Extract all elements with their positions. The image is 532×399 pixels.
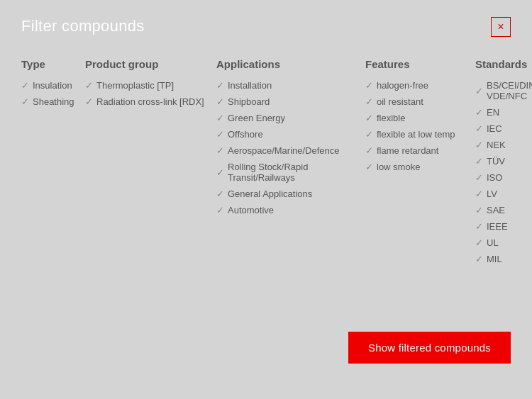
item-label: TÜV xyxy=(487,156,505,167)
list-item[interactable]: ✓Installation xyxy=(216,80,365,91)
product-group-column: Product group ✓Thermoplastic [TP]✓Radiat… xyxy=(85,58,216,113)
list-item[interactable]: ✓Insulation xyxy=(21,80,85,91)
check-icon: ✓ xyxy=(216,80,224,91)
list-item[interactable]: ✓flame retardant xyxy=(365,145,475,156)
list-item[interactable]: ✓Automotive xyxy=(216,205,365,215)
check-icon: ✓ xyxy=(475,237,483,248)
check-icon: ✓ xyxy=(85,96,93,107)
list-item[interactable]: ✓Thermoplastic [TP] xyxy=(85,80,216,91)
item-label: Radiation cross-link [RDX] xyxy=(96,96,204,107)
check-icon: ✓ xyxy=(21,80,29,91)
item-label: Insulation xyxy=(33,80,72,91)
list-item[interactable]: ✓SAE xyxy=(475,205,532,215)
item-label: NEK xyxy=(487,140,506,150)
list-item[interactable]: ✓halogen-free xyxy=(365,80,475,91)
list-item[interactable]: ✓General Applications xyxy=(216,189,365,199)
applications-items: ✓Installation✓Shipboard✓Green Energy✓Off… xyxy=(216,80,365,221)
list-item[interactable]: ✓EN xyxy=(475,107,532,118)
check-icon: ✓ xyxy=(216,96,224,107)
applications-header: Applications xyxy=(216,58,365,70)
list-item[interactable]: ✓flexible xyxy=(365,113,475,123)
item-label: UL xyxy=(487,237,499,248)
item-label: oil resistant xyxy=(377,96,423,107)
check-icon: ✓ xyxy=(216,205,224,215)
check-icon: ✓ xyxy=(475,205,483,215)
item-label: Automotive xyxy=(228,205,274,215)
check-icon: ✓ xyxy=(216,113,224,123)
check-icon: ✓ xyxy=(475,221,483,232)
list-item[interactable]: ✓TÜV xyxy=(475,156,532,167)
type-column: Type ✓Insulation✓Sheathing xyxy=(21,58,85,113)
item-label: Sheathing xyxy=(33,96,74,107)
item-label: low smoke xyxy=(377,162,420,172)
product-group-items: ✓Thermoplastic [TP]✓Radiation cross-link… xyxy=(85,80,216,113)
list-item[interactable]: ✓IEC xyxy=(475,123,532,134)
item-label: IEC xyxy=(487,123,502,134)
close-button[interactable]: × xyxy=(491,17,511,37)
list-item[interactable]: ✓LV xyxy=(475,189,532,199)
applications-column: Applications ✓Installation✓Shipboard✓Gre… xyxy=(216,58,365,221)
list-item[interactable]: ✓Rolling Stock/Rapid Transit/Railways xyxy=(216,162,365,183)
list-item[interactable]: ✓Radiation cross-link [RDX] xyxy=(85,96,216,107)
list-item[interactable]: ✓Aerospace/Marine/Defence xyxy=(216,145,365,156)
item-label: Aerospace/Marine/Defence xyxy=(228,145,340,156)
filter-modal: Filter compounds × Type ✓Insulation✓Shea… xyxy=(0,0,532,399)
item-label: BS/CEI/DIN VDE/NFC xyxy=(487,80,532,101)
list-item[interactable]: ✓Shipboard xyxy=(216,96,365,107)
check-icon: ✓ xyxy=(365,80,373,91)
check-icon: ✓ xyxy=(365,162,373,172)
standards-column: Standards ✓BS/CEI/DIN VDE/NFC✓EN✓IEC✓NEK… xyxy=(475,58,532,270)
check-icon: ✓ xyxy=(365,145,373,156)
item-label: flame retardant xyxy=(377,145,438,156)
item-label: EN xyxy=(487,107,499,118)
show-filtered-button[interactable]: Show filtered compounds xyxy=(348,332,511,364)
item-label: Thermoplastic [TP] xyxy=(96,80,174,91)
check-icon: ✓ xyxy=(216,129,224,140)
features-column: Features ✓halogen-free✓oil resistant✓fle… xyxy=(365,58,475,178)
item-label: flexible xyxy=(377,113,405,123)
item-label: MIL xyxy=(487,254,502,264)
check-icon: ✓ xyxy=(216,189,224,199)
list-item[interactable]: ✓Offshore xyxy=(216,129,365,140)
item-label: Green Energy xyxy=(228,113,285,123)
list-item[interactable]: ✓BS/CEI/DIN VDE/NFC xyxy=(475,80,532,101)
check-icon: ✓ xyxy=(85,80,93,91)
list-item[interactable]: ✓oil resistant xyxy=(365,96,475,107)
features-header: Features xyxy=(365,58,475,70)
check-icon: ✓ xyxy=(475,107,483,118)
item-label: IEEE xyxy=(487,221,508,232)
standards-header: Standards xyxy=(475,58,532,70)
product-group-header: Product group xyxy=(85,58,216,70)
check-icon: ✓ xyxy=(475,123,483,134)
list-item[interactable]: ✓UL xyxy=(475,237,532,248)
modal-title: Filter compounds xyxy=(21,17,145,35)
list-item[interactable]: ✓Sheathing xyxy=(21,96,85,107)
check-icon: ✓ xyxy=(216,167,224,178)
item-label: Rolling Stock/Rapid Transit/Railways xyxy=(228,162,365,183)
check-icon: ✓ xyxy=(475,86,483,96)
list-item[interactable]: ✓low smoke xyxy=(365,162,475,172)
item-label: SAE xyxy=(487,205,505,215)
check-icon: ✓ xyxy=(21,96,29,107)
check-icon: ✓ xyxy=(365,96,373,107)
modal-header: Filter compounds × xyxy=(21,17,511,37)
list-item[interactable]: ✓NEK xyxy=(475,140,532,150)
item-label: Offshore xyxy=(228,129,263,140)
type-items: ✓Insulation✓Sheathing xyxy=(21,80,85,113)
check-icon: ✓ xyxy=(365,113,373,123)
list-item[interactable]: ✓Green Energy xyxy=(216,113,365,123)
list-item[interactable]: ✓MIL xyxy=(475,254,532,264)
check-icon: ✓ xyxy=(475,254,483,264)
item-label: General Applications xyxy=(228,189,312,199)
list-item[interactable]: ✓flexible at low temp xyxy=(365,129,475,140)
check-icon: ✓ xyxy=(475,140,483,150)
item-label: ISO xyxy=(487,172,502,183)
check-icon: ✓ xyxy=(475,172,483,183)
check-icon: ✓ xyxy=(475,156,483,167)
list-item[interactable]: ✓IEEE xyxy=(475,221,532,232)
item-label: LV xyxy=(487,189,497,199)
item-label: Installation xyxy=(228,80,272,91)
standards-items: ✓BS/CEI/DIN VDE/NFC✓EN✓IEC✓NEK✓TÜV✓ISO✓L… xyxy=(475,80,532,270)
list-item[interactable]: ✓ISO xyxy=(475,172,532,183)
type-header: Type xyxy=(21,58,85,70)
